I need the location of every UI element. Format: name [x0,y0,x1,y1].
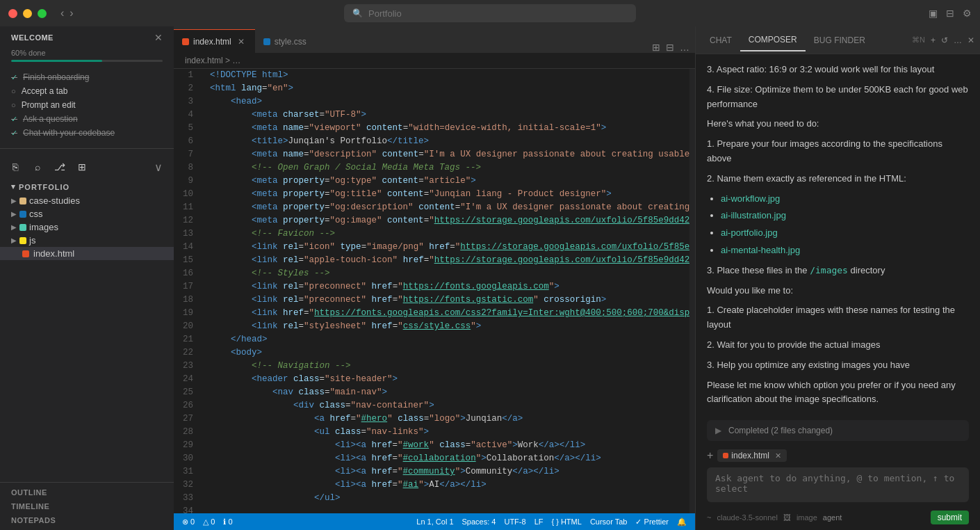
sidebar-icon[interactable]: ▣ [929,8,938,19]
close-chat-button[interactable]: ✕ [967,35,974,45]
search-button[interactable]: ⌕ [28,157,47,177]
status-prettier[interactable]: ✓ Prettier [635,517,669,527]
editor-tabs: index.html ✕ style.css ⊞ ⊟ … [174,26,695,53]
checklist-item-finish-onboarding[interactable]: ✓ Finish onboarding [0,70,174,84]
chat-link: ai-workflow.jpg [721,193,780,204]
submit-button[interactable]: submit [931,511,969,524]
split-vertical-icon[interactable]: ⊟ [666,42,674,53]
sidebar-timeline[interactable]: TIMELINE [0,499,174,513]
add-file-button[interactable]: + [707,449,713,462]
check-done-icon: ✓ [11,73,17,82]
folder-icon [19,198,26,204]
file-pill-label: index.html [731,451,769,460]
image-label: image [797,513,817,522]
file-index-html[interactable]: index.html [0,247,174,260]
chat-input-area[interactable] [707,467,969,502]
maximize-button[interactable] [38,9,47,18]
chat-message: 2. Name them exactly as referenced in th… [707,172,969,186]
css-tab-icon [263,38,270,45]
sidebar-notepads[interactable]: NOTEPADS [0,513,174,527]
forward-button[interactable]: › [70,7,73,19]
copy-button[interactable]: ⎘ [6,157,25,177]
status-spaces[interactable]: Spaces: 4 [462,517,496,526]
chat-completed[interactable]: ▶ Completed (2 files changed) [707,420,969,441]
tab-index-html[interactable]: index.html ✕ [174,29,255,53]
chevron-right-icon: ▶ [11,210,17,218]
sidebar-outline[interactable]: OUTLINE [0,485,174,499]
check-done-icon: ✓ [11,115,17,124]
folder-case-studies[interactable]: ▶ case-studies [0,194,174,207]
more-button[interactable]: ∨ [149,157,168,177]
breadcrumb: index.html > … [174,53,695,69]
status-encoding[interactable]: UTF-8 [504,517,525,526]
chat-input[interactable] [715,473,961,494]
status-position[interactable]: Ln 1, Col 1 [416,517,453,526]
checklist-item-prompt-edit[interactable]: ○ Prompt an edit [0,98,174,112]
chevron-right-icon: ▶ [715,426,721,435]
sidebar-close-button[interactable]: ✕ [154,32,163,43]
status-lang[interactable]: { } HTML [551,517,581,526]
layout-icon[interactable]: ⊟ [946,8,954,19]
tab-close-button[interactable]: ✕ [236,36,247,47]
status-line-ending[interactable]: LF [534,517,544,526]
folder-images[interactable]: ▶ images [0,220,174,234]
code-content[interactable]: <!DOCTYPE html> <html lang="en"> <head> … [204,69,689,513]
chat-message: 1. Prepare your four images according to… [707,137,969,166]
file-pill: index.html ✕ [717,449,787,462]
progress-section: 60% done [0,46,174,67]
minimap [689,69,695,513]
check-circle-icon: ○ [11,101,16,109]
more-options-button[interactable]: … [954,35,962,45]
folder-css[interactable]: ▶ css [0,207,174,220]
minimize-button[interactable] [23,9,32,18]
search-bar[interactable]: 🔍 [344,4,636,22]
checklist-item-accept-tab[interactable]: ○ Accept a tab [0,84,174,98]
check-done-icon: ✓ [11,129,17,138]
image-icon[interactable]: 🖼 [783,513,791,522]
folder-label: images [29,222,58,232]
shortcut-label: ⌘N [912,35,925,45]
chat-model-label[interactable]: claude-3.5-sonnel [717,513,777,522]
status-info: ℹ 0 [223,517,232,527]
folder-label: css [29,209,43,219]
tab-chat[interactable]: CHAT [701,30,740,51]
search-input[interactable] [368,8,628,19]
status-indent[interactable]: Cursor Tab [590,517,628,526]
chat-message: 2. Wait for you to provide the actual im… [707,338,969,353]
remove-file-button[interactable]: ✕ [775,451,781,460]
completed-label: Completed (2 files changed) [728,426,833,435]
status-bell[interactable]: 🔔 [677,517,687,527]
main-container: WELCOME ✕ 60% done ✓ Finish onboarding ○… [0,26,980,530]
settings-icon[interactable]: ⚙ [963,8,972,19]
chat-message: 3. Place these files in the /images dire… [707,264,969,278]
split-editor-icon[interactable]: ⊞ [652,42,660,53]
code-editor[interactable]: 12345 678910 1112131415 1617181920 21222… [174,69,695,513]
more-icon[interactable]: … [680,42,689,53]
grid-button[interactable]: ⊞ [72,157,92,177]
history-button[interactable]: ↺ [941,35,948,45]
chat-message: 3. Aspect ratio: 16:9 or 3:2 would work … [707,63,969,77]
chat-tabs: CHAT COMPOSER BUG FINDER ⌘N + ↺ … ✕ [696,26,980,54]
branch-button[interactable]: ⎇ [50,157,70,177]
new-chat-button[interactable]: + [931,35,936,45]
images-folder-icon [19,224,26,231]
folder-js[interactable]: ▶ js [0,234,174,247]
checklist-item-chat-codebase[interactable]: ✓ Chat with your codebase [0,126,174,140]
chat-panel: CHAT COMPOSER BUG FINDER ⌘N + ↺ … ✕ 3. A… [695,26,980,530]
chat-message: Would you like me to: [707,284,969,298]
checklist-item-ask-question[interactable]: ✓ Ask a question [0,112,174,126]
chat-link: ai-mental-health.jpg [721,245,800,255]
tab-bug-finder[interactable]: BUG FINDER [806,30,874,51]
checklist-label: Accept a tab [22,86,68,96]
status-warnings[interactable]: △ 0 [203,517,215,527]
chat-message: Please let me know which option you pref… [707,378,969,408]
tab-style-css[interactable]: style.css [255,29,315,53]
tab-composer[interactable]: COMPOSER [740,29,806,51]
status-errors[interactable]: ⊗ 0 [182,517,195,527]
folder-label: case-studies [29,195,80,206]
back-button[interactable]: ‹ [60,7,64,19]
chat-file-tag: + index.html ✕ [707,449,969,462]
close-button[interactable] [8,9,17,18]
sidebar-header: WELCOME ✕ [0,26,174,46]
titlebar: ‹ › 🔍 ▣ ⊟ ⚙ [0,0,980,26]
